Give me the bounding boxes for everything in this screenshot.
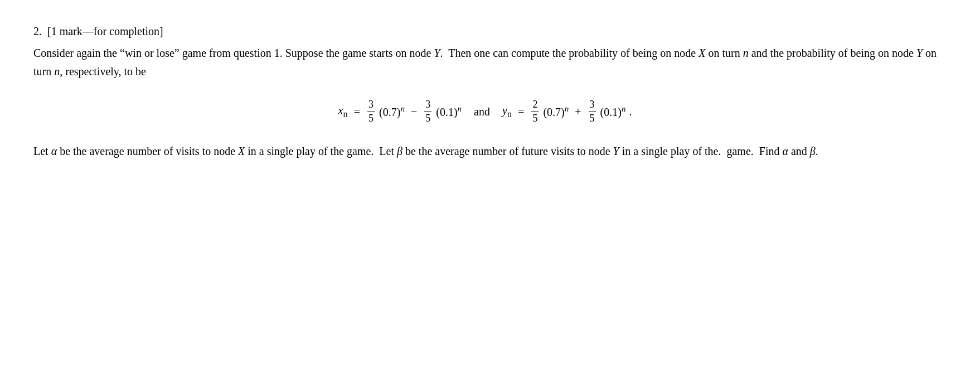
follow-paragraph: Let α be the average number of visits to… bbox=[33, 142, 937, 161]
q-number: 2. bbox=[33, 25, 42, 37]
yn-term2: (0.1)n bbox=[600, 102, 626, 122]
yn-frac2: 3 5 bbox=[589, 99, 596, 124]
yn-num2: 3 bbox=[589, 99, 596, 112]
problem-text: 2. [1 mark—for completion] Consider agai… bbox=[33, 22, 937, 161]
turn-n-ref1: n bbox=[743, 47, 749, 59]
xn-num2: 3 bbox=[424, 99, 431, 112]
yn-period: . bbox=[629, 103, 632, 121]
question-number: 2. [1 mark—for completion] bbox=[33, 22, 937, 41]
node-X-ref: X bbox=[698, 47, 705, 59]
node-Y3: Y bbox=[613, 145, 619, 157]
yn-sub: n bbox=[507, 109, 512, 119]
xn-sub: n bbox=[343, 109, 348, 119]
q-mark: [1 mark—for completion] bbox=[47, 25, 163, 37]
xn-var: xn bbox=[338, 101, 348, 122]
yn-exp1: n bbox=[565, 104, 569, 113]
xn-den1: 5 bbox=[367, 112, 375, 125]
xn-eq: = bbox=[351, 103, 363, 121]
yn-frac1: 2 5 bbox=[531, 99, 538, 124]
xn-exp1: n bbox=[400, 104, 405, 113]
node-Y-ref: Y bbox=[434, 47, 440, 59]
formula-xn: xn = 3 5 (0.7)n − 3 5 (0.1)n bbox=[338, 99, 462, 124]
xn-term2: (0.1)n bbox=[436, 102, 462, 122]
xn-num1: 3 bbox=[367, 99, 375, 112]
yn-eq: = bbox=[515, 103, 527, 121]
yn-exp2: n bbox=[622, 104, 626, 113]
yn-term1: (0.7)n bbox=[543, 102, 569, 122]
beta-var1: β bbox=[397, 145, 402, 157]
xn-term1: (0.7)n bbox=[379, 102, 405, 122]
math-formula-block: xn = 3 5 (0.7)n − 3 5 (0.1)n bbox=[33, 99, 937, 124]
node-Y-ref2: Y bbox=[916, 47, 923, 59]
formula-yn: yn = 2 5 (0.7)n + 3 5 (0.1)n . bbox=[502, 99, 632, 124]
yn-num1: 2 bbox=[531, 99, 538, 112]
xn-frac1: 3 5 bbox=[367, 99, 375, 124]
xn-exp2: n bbox=[458, 104, 462, 113]
yn-plus: + bbox=[572, 103, 584, 121]
turn-n-ref2: n bbox=[54, 65, 60, 78]
yn-den2: 5 bbox=[589, 112, 596, 125]
xn-minus: − bbox=[408, 103, 420, 121]
formula-and: and bbox=[468, 103, 496, 121]
page-container: 2. [1 mark—for completion] Consider agai… bbox=[0, 0, 980, 368]
xn-den2: 5 bbox=[424, 112, 431, 125]
beta-var2: β bbox=[810, 145, 816, 157]
intro-paragraph: Consider again the “win or lose” game fr… bbox=[33, 44, 937, 81]
alpha-var2: α bbox=[782, 145, 788, 157]
yn-var: yn bbox=[502, 101, 512, 122]
alpha-var1: α bbox=[51, 145, 57, 157]
node-X2: X bbox=[238, 145, 245, 157]
yn-den1: 5 bbox=[531, 112, 538, 125]
xn-frac2: 3 5 bbox=[424, 99, 431, 124]
